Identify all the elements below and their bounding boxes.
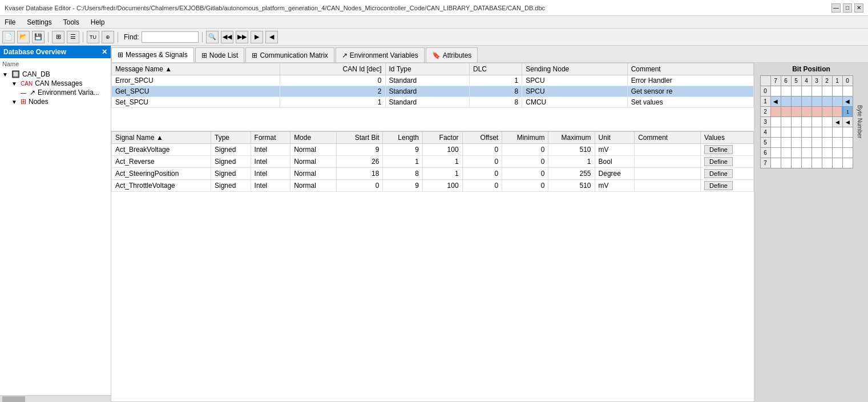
filter-button[interactable]: TU (87, 31, 99, 43)
col-mode[interactable]: Mode (290, 132, 337, 144)
attributes-icon: 🔖 (432, 51, 441, 59)
maximize-button[interactable]: □ (843, 3, 852, 13)
signal-row[interactable]: Act_ThrottleVoltage Signed Intel Normal … (112, 180, 754, 192)
col-maximum[interactable]: Maximum (548, 132, 595, 144)
bit-grid: 7654321001◀◀213◀◀4567 (760, 75, 853, 168)
sidebar-scroll-thumb[interactable] (2, 396, 25, 402)
col-type[interactable]: Type (211, 132, 251, 144)
tree-label-envvar: Environment Varia... (38, 89, 99, 97)
sidebar-close-button[interactable]: ✕ (102, 48, 107, 56)
bit-cell (781, 117, 791, 127)
db-icon: 🔲 (11, 70, 20, 78)
toolbar: 📄 📂 💾 ⊞ ☰ TU ⊕ Find: 🔍 ◀◀ ▶▶ ▶ ◀ (0, 29, 868, 46)
col-offset[interactable]: Offset (462, 132, 502, 144)
menu-tools[interactable]: Tools (61, 18, 82, 27)
tab-messages-signals[interactable]: ⊞ Messages & Signals (111, 47, 194, 62)
tree-item-canmessages[interactable]: ▼ CAN CAN Messages (11, 79, 108, 88)
bit-cell: 1 (842, 107, 853, 117)
define-button[interactable]: Define (704, 181, 733, 190)
save-button[interactable]: 💾 (32, 31, 45, 43)
env-icon: ↗ (30, 89, 35, 97)
col-start-bit[interactable]: Start Bit (337, 132, 383, 144)
tab-comm-matrix-label: Communication Matrix (260, 51, 328, 59)
tab-node-list[interactable]: ⊞ Node List (195, 47, 245, 62)
bit-cell: ◀ (832, 117, 842, 127)
bit-cell (812, 86, 822, 97)
sig-name: Act_BreakVoltage (112, 144, 211, 156)
bit-cell (812, 117, 822, 127)
col-dlc[interactable]: DLC (470, 63, 522, 75)
msg-name: Set_SPCU (112, 97, 280, 108)
open-button[interactable]: 📂 (17, 31, 30, 43)
col-sig-comment[interactable]: Comment (635, 132, 701, 144)
comm-matrix-icon: ⊞ (252, 51, 257, 59)
col-id-type[interactable]: Id Type (385, 63, 470, 75)
col-comment[interactable]: Comment (627, 63, 753, 75)
tree-item-candb[interactable]: ▼ 🔲 CAN_DB (2, 70, 108, 79)
col-sending-node[interactable]: Sending Node (522, 63, 627, 75)
col-values[interactable]: Values (701, 132, 754, 144)
signal-row[interactable]: Act_SteeringPosition Signed Intel Normal… (112, 168, 754, 180)
window-controls: — □ ✕ (831, 3, 863, 13)
signal-row[interactable]: Act_BreakVoltage Signed Intel Normal 9 9… (112, 144, 754, 156)
define-button[interactable]: Define (704, 145, 733, 154)
signal-row[interactable]: Act_Reverse Signed Intel Normal 26 1 1 0… (112, 156, 754, 168)
message-row[interactable]: Get_SPCU 2 Standard 8 SPCU Get sensor re (112, 86, 754, 97)
forward-button[interactable]: ▶ (251, 31, 263, 43)
sig-maximum: 1 (548, 156, 595, 168)
col-minimum[interactable]: Minimum (502, 132, 548, 144)
tree-item-nodes[interactable]: ▼ ⊞ Nodes (11, 97, 108, 106)
back-button[interactable]: ◀ (265, 31, 278, 43)
sidebar: Database Overview ✕ Name ▼ 🔲 CAN_DB ▼ CA… (0, 46, 111, 402)
col-factor[interactable]: Factor (423, 132, 463, 144)
search-button[interactable]: 🔍 (206, 31, 219, 43)
expand-icon-env: — (21, 90, 27, 96)
col-length[interactable]: Length (383, 132, 423, 144)
menu-file[interactable]: File (2, 18, 18, 27)
new-button[interactable]: 📄 (2, 31, 15, 43)
find-input[interactable] (142, 31, 199, 43)
tab-attributes[interactable]: 🔖 Attributes (426, 47, 478, 62)
message-row[interactable]: Error_SPCU 0 Standard 1 SPCU Error Handl… (112, 75, 754, 86)
menu-settings[interactable]: Settings (25, 18, 54, 27)
sig-start-bit: 18 (337, 168, 383, 180)
list-button[interactable]: ☰ (67, 31, 79, 43)
tab-env-variables-label: Environment Variables (350, 51, 418, 59)
sig-maximum: 510 (548, 144, 595, 156)
sig-factor: 100 (423, 180, 463, 192)
sig-minimum: 0 (502, 144, 548, 156)
msg-dlc: 1 (470, 75, 522, 86)
bit-cell (842, 158, 853, 168)
define-button[interactable]: Define (704, 157, 733, 166)
minimize-button[interactable]: — (831, 3, 841, 13)
col-format[interactable]: Format (251, 132, 290, 144)
tree-item-envvar[interactable]: — ↗ Environment Varia... (21, 88, 108, 97)
bit-grid-wrapper: 7654321001◀◀213◀◀4567 Byte Number (760, 75, 863, 168)
sidebar-scrollbar[interactable] (0, 395, 111, 402)
close-button[interactable]: ✕ (854, 3, 863, 13)
col-can-id[interactable]: CAN Id [dec] (280, 63, 385, 75)
col-unit[interactable]: Unit (595, 132, 635, 144)
network-button[interactable]: ⊕ (102, 31, 114, 43)
window-title: Kvaser Database Editor - C:/Users/fredr/… (5, 5, 545, 11)
bit-cell (770, 117, 781, 127)
properties-button[interactable]: ⊞ (52, 31, 64, 43)
define-button[interactable]: Define (704, 169, 733, 178)
tab-env-variables[interactable]: ↗ Environment Variables (336, 47, 425, 62)
separator-2 (83, 32, 83, 42)
content-area: ⊞ Messages & Signals ⊞ Node List ⊞ Commu… (111, 46, 868, 402)
bit-cell (812, 107, 822, 117)
sig-unit: Degree (595, 168, 635, 180)
sig-factor: 1 (423, 156, 463, 168)
sig-unit: mV (595, 180, 635, 192)
col-message-name[interactable]: Message Name ▲ (112, 63, 280, 75)
tab-comm-matrix[interactable]: ⊞ Communication Matrix (245, 47, 334, 62)
bit-col-header: 0 (842, 76, 853, 86)
message-row[interactable]: Set_SPCU 1 Standard 8 CMCU Set values (112, 97, 754, 108)
bit-corner (760, 76, 770, 86)
prev-button[interactable]: ◀◀ (221, 31, 233, 43)
menu-help[interactable]: Help (88, 18, 107, 27)
col-signal-name[interactable]: Signal Name ▲ (112, 132, 211, 144)
main-panel: Message Name ▲ CAN Id [dec] Id Type DLC … (111, 63, 754, 402)
next-button[interactable]: ▶▶ (236, 31, 248, 43)
